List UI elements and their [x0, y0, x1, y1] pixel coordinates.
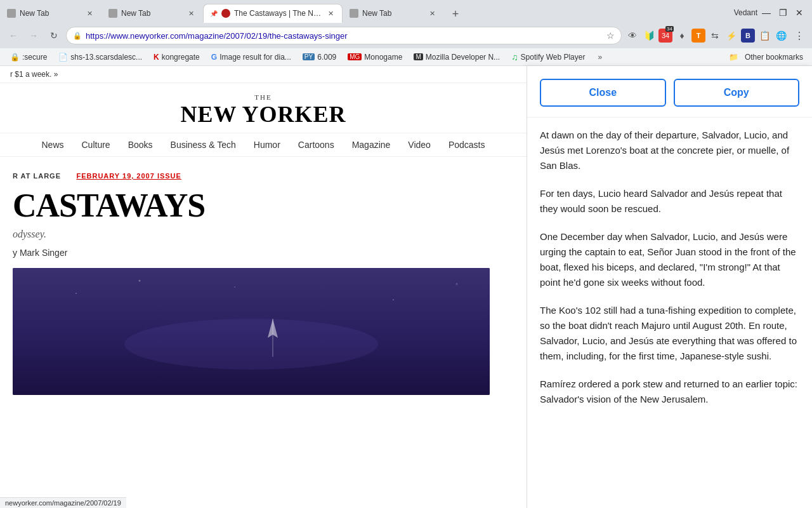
- ext-icon-9[interactable]: 📋: [757, 29, 771, 43]
- tab-1[interactable]: New Tab ✕: [0, 4, 102, 23]
- article-section: R AT LARGE: [13, 172, 61, 180]
- ext-icon-7[interactable]: ⚡: [724, 29, 738, 43]
- bookmark-mdn[interactable]: M Mozilla Developer N...: [409, 51, 505, 63]
- bookmark-kongregate[interactable]: K kongregate: [148, 51, 205, 63]
- bookmark-kongregate-label: kongregate: [162, 53, 200, 62]
- bookmark-star-icon[interactable]: ☆: [606, 30, 615, 41]
- other-bookmarks-link[interactable]: Other bookmarks: [741, 51, 807, 63]
- tab-3-close[interactable]: ✕: [325, 8, 336, 18]
- nav-cartoons[interactable]: Cartoons: [296, 138, 337, 151]
- bookmark-monogame[interactable]: MG Monogame: [343, 51, 407, 63]
- tab-2[interactable]: New Tab ✕: [102, 4, 203, 23]
- bookmark-google-label: Image result for dia...: [219, 53, 291, 62]
- pin-icon: 📌: [210, 10, 218, 17]
- nav-books[interactable]: Books: [126, 138, 155, 151]
- tab-4[interactable]: New Tab ✕: [343, 4, 444, 23]
- lock-icon: 🔒: [73, 32, 82, 40]
- status-bar: newyorker.com/magazine/2007/02/19: [0, 497, 126, 508]
- tab-1-favicon: [7, 9, 16, 18]
- article-body: R AT LARGE FEBRUARY 19, 2007 ISSUE CASTA…: [0, 157, 527, 408]
- bookmarks-bar: 🔒 :secure 📄 shs-13.scarsdalesc... K kong…: [0, 48, 812, 66]
- minimize-button[interactable]: —: [759, 5, 774, 20]
- maximize-button[interactable]: ❐: [775, 5, 790, 20]
- bookmark-shs-label: shs-13.scarsdalesc...: [70, 53, 142, 62]
- ext-icon-1[interactable]: 👁: [625, 29, 639, 43]
- refresh-button[interactable]: ↻: [46, 27, 62, 44]
- tab-3[interactable]: 📌 The Castaways | The New... ✕: [203, 4, 343, 23]
- popup-paragraph-3: One December day when Salvador, Lucio, a…: [540, 229, 799, 290]
- window-controls: Vedant — ❐ ✕: [731, 5, 812, 23]
- close-button[interactable]: ✕: [792, 5, 807, 20]
- bookmark-mdn-label: Mozilla Developer N...: [426, 53, 500, 62]
- svg-point-1: [75, 293, 77, 294]
- nav-news[interactable]: News: [39, 138, 66, 151]
- article-meta: R AT LARGE FEBRUARY 19, 2007 ISSUE: [13, 170, 501, 181]
- tab-4-close[interactable]: ✕: [427, 8, 437, 18]
- url-bar[interactable]: 🔒 https://www.newyorker.com/magazine/200…: [66, 27, 622, 44]
- popup-panel: Close Copy At dawn on the day of their d…: [527, 66, 812, 508]
- mdn-icon: M: [414, 53, 422, 60]
- tab-2-close[interactable]: ✕: [186, 8, 196, 18]
- svg-point-2: [139, 280, 141, 282]
- nav-humor[interactable]: Humor: [251, 138, 283, 151]
- copy-button[interactable]: Copy: [674, 79, 800, 107]
- bookmark-shs[interactable]: 📄 shs-13.scarsdalesc...: [53, 51, 147, 63]
- bookmark-google[interactable]: G Image result for dia...: [206, 51, 296, 63]
- nav-podcasts[interactable]: Podcasts: [446, 138, 488, 151]
- bookmark-secure-label: :secure: [22, 53, 47, 62]
- file-icon: 📄: [58, 53, 68, 62]
- more-bookmarks-button[interactable]: »: [594, 51, 606, 63]
- popup-paragraph-5: Ramírez ordered a pork stew and returned…: [540, 377, 799, 407]
- tab-2-favicon: [108, 9, 117, 18]
- status-url: newyorker.com/magazine/2007/02/19: [5, 499, 121, 507]
- tab-4-title: New Tab: [362, 9, 423, 18]
- new-tab-button[interactable]: +: [447, 5, 464, 23]
- tab-1-close[interactable]: ✕: [84, 8, 95, 18]
- tab-bar: New Tab ✕ New Tab ✕ 📌 The Castaways | Th…: [0, 0, 812, 23]
- article-image: [13, 268, 490, 395]
- monogame-icon: MG: [348, 53, 362, 60]
- promo-text: r $1 a week. »: [10, 70, 58, 79]
- chrome-menu-button[interactable]: ⋮: [792, 28, 807, 43]
- nav-video[interactable]: Video: [405, 138, 433, 151]
- popup-text-area: At dawn on the day of their departure, S…: [527, 117, 812, 508]
- google-icon: G: [211, 53, 217, 62]
- url-text: https://www.newyorker.com/magazine/2007/…: [86, 31, 603, 41]
- tab-4-favicon: [350, 9, 358, 18]
- bookmark-py[interactable]: PY 6.009: [298, 51, 341, 63]
- spotify-icon: ♫: [511, 52, 518, 62]
- article-author: y Mark Singer: [13, 248, 501, 258]
- nav-culture[interactable]: Culture: [79, 138, 113, 151]
- bookmark-spotify[interactable]: ♫ Spotify Web Player: [506, 51, 590, 64]
- logo-main: NEW YORKER: [0, 101, 527, 128]
- article-date[interactable]: FEBRUARY 19, 2007 ISSUE: [76, 172, 181, 180]
- secure-icon: 🔒: [10, 53, 20, 62]
- ext-icon-4[interactable]: ♦: [675, 29, 689, 43]
- bookmarks-right: 📁 Other bookmarks: [729, 51, 807, 63]
- tab-2-title: New Tab: [121, 9, 182, 18]
- close-button[interactable]: Close: [540, 79, 666, 107]
- popup-paragraph-4: The Koo's 102 still had a tuna-fishing e…: [540, 303, 799, 364]
- logo-the: THE: [0, 93, 527, 101]
- ext-icon-5[interactable]: T: [691, 29, 705, 43]
- back-button[interactable]: ←: [5, 27, 22, 44]
- nav-magazine[interactable]: Magazine: [350, 138, 393, 151]
- ext-icon-8[interactable]: B: [741, 29, 755, 43]
- article-image-svg: [13, 268, 490, 395]
- tab-1-title: New Tab: [20, 9, 81, 18]
- py-icon: PY: [303, 53, 315, 60]
- ext-icon-3[interactable]: 3434: [658, 29, 672, 43]
- nav-bar: News Culture Books Business & Tech Humor…: [0, 133, 527, 157]
- nav-business-tech[interactable]: Business & Tech: [168, 138, 239, 151]
- bookmark-monogame-label: Monogame: [364, 53, 402, 62]
- ext-icon-2[interactable]: 🔰: [642, 29, 656, 43]
- ext-icon-6[interactable]: ⇆: [708, 29, 722, 43]
- page-content: r $1 a week. » THE NEW YORKER News Cultu…: [0, 66, 812, 508]
- popup-buttons: Close Copy: [527, 66, 812, 117]
- bookmark-secure[interactable]: 🔒 :secure: [5, 51, 52, 63]
- forward-button[interactable]: →: [25, 27, 42, 44]
- ext-icon-10[interactable]: 🌐: [774, 29, 788, 43]
- address-bar: ← → ↻ 🔒 https://www.newyorker.com/magazi…: [0, 23, 812, 48]
- popup-paragraph-1: At dawn on the day of their departure, S…: [540, 128, 799, 173]
- promo-bar: r $1 a week. »: [0, 66, 527, 83]
